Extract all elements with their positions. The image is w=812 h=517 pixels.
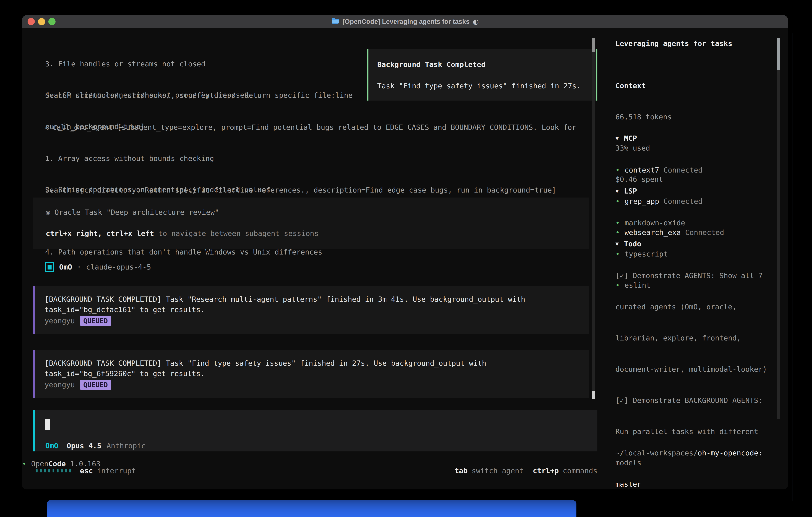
sidebar-session-title: Leveraging agents for tasks: [615, 38, 787, 49]
chevron-down-icon: ▼: [615, 239, 624, 249]
tool-call-item: 1. Array access without bounds checking: [45, 153, 576, 164]
terminal-content: 3. File handles or streams not closed 4.…: [22, 28, 788, 489]
agent-square-icon: [45, 262, 54, 272]
version-number: 1.0.163: [66, 459, 100, 469]
todo-line: librarian, explore, frontend,: [615, 333, 787, 343]
oracle-hint-line: ctrl+x right, ctrl+x left to navigate be…: [46, 228, 318, 239]
message-author: yeongyu: [45, 380, 75, 390]
sidebar-scrollbar-thumb[interactable]: [777, 38, 780, 70]
message-meta: yeongyu QUEUED: [45, 316, 111, 326]
commands-key-label: commands: [563, 466, 598, 476]
todo-line: [✓] Demonstrate BACKGROUND AGENTS:: [615, 395, 787, 406]
main-scrollbar-marker[interactable]: [592, 38, 594, 52]
hint-keys: ctrl+x right, ctrl+x left: [46, 229, 154, 238]
half-circle-icon: ◐: [473, 18, 479, 26]
agent-model: claude-opus-4-5: [86, 262, 151, 272]
gear-icon: ⚙: [45, 123, 52, 131]
input-agent-name: OmO: [46, 441, 58, 451]
background-task-toast[interactable]: Background Task Completed Task "Find typ…: [367, 49, 598, 101]
todo-section-header[interactable]: ▼Todo: [615, 239, 787, 250]
window-title: [OpenCode] Leveraging agents for tasks: [343, 18, 469, 25]
sidebar-scrollbar-track[interactable]: [777, 38, 780, 419]
titlebar[interactable]: [OpenCode] Leveraging agents for tasks ◐: [22, 15, 788, 28]
toast-body: Task "Find type safety issues" finished …: [377, 81, 581, 91]
input-provider: Anthropic: [107, 441, 145, 451]
mcp-section-header[interactable]: ▼MCP: [615, 133, 787, 144]
message-line: [BACKGROUND TASK COMPLETED] Task "Find t…: [45, 358, 486, 369]
window-title-area: [OpenCode] Leveraging agents for tasks ◐: [22, 15, 788, 28]
tab-key-hint: tab: [455, 466, 467, 476]
status-badge: QUEUED: [80, 380, 111, 390]
workspace-line: ~/local-workspaces/oh-my-opencode:: [615, 448, 787, 458]
transcript-line: Search src/tools/, src/hooks/, src/featu…: [45, 90, 353, 101]
hint-text: to navigate between subagent sessions: [154, 229, 319, 238]
chevron-down-icon: ▼: [615, 186, 624, 196]
chevron-down-icon: ▼: [615, 133, 624, 143]
oracle-task-title-line: ◉Oracle Task "Deep architecture review": [46, 207, 219, 218]
message-line: task_id="bg_dcfac161" to get results.: [45, 304, 205, 315]
toast-title: Background Task Completed: [377, 59, 486, 70]
context-header: Context: [615, 81, 787, 91]
transcript-line: 3. File handles or streams not closed: [45, 59, 249, 69]
agent-name: OmO: [59, 262, 72, 272]
status-right: tab switch agent ctrl+p commands: [455, 466, 598, 476]
sidebar-workspace-path: ~/local-workspaces/oh-my-opencode: maste…: [615, 427, 787, 489]
lsp-header-label: LSP: [624, 187, 637, 195]
workspace-branch: master: [615, 479, 787, 489]
green-dot-icon: •: [22, 459, 31, 469]
esc-key-label: interrupt: [97, 466, 136, 476]
background-window-edge: [792, 33, 792, 501]
lsp-section-header[interactable]: ▼LSP: [615, 186, 787, 197]
commands-key-hint: ctrl+p: [533, 466, 559, 476]
agent-header-row: OmO · claude-opus-4-5: [45, 261, 151, 273]
spinner-dots-icon: [36, 469, 71, 472]
text-cursor: [46, 419, 50, 430]
tool-call-header-text: call_omo_agent [subagent_type=explore, p…: [52, 123, 576, 131]
opencode-terminal-window: [OpenCode] Leveraging agents for tasks ◐…: [22, 15, 788, 489]
message-meta: yeongyu QUEUED: [45, 380, 111, 390]
brand-code: Code: [48, 459, 66, 469]
separator-dot: ·: [77, 262, 81, 272]
todo-line: [✓] Demonstrate AGENTS: Show all 7: [615, 271, 787, 281]
todo-line: document-writer, multimodal-looker): [615, 364, 787, 375]
status-bar: esc interrupt tab switch agent ctrl+p co…: [33, 466, 598, 476]
tab-key-label: switch agent: [471, 466, 523, 476]
fisheye-icon: ◉: [46, 208, 55, 216]
message-author: yeongyu: [45, 316, 75, 326]
prompt-input[interactable]: OmO Opus 4.5 Anthropic: [33, 410, 598, 452]
background-window-strip[interactable]: [47, 500, 576, 517]
folder-icon[interactable]: [331, 18, 339, 26]
main-scrollbar-thumb[interactable]: [592, 391, 594, 399]
background-task-message: [BACKGROUND TASK COMPLETED] Task "Find t…: [33, 350, 589, 398]
background-task-message: [BACKGROUND TASK COMPLETED] Task "Resear…: [33, 286, 589, 334]
transcript-line: Search src/ directory. Return specific f…: [45, 185, 556, 195]
main-scrollbar-track[interactable]: [592, 38, 594, 399]
todo-line: curated agents (OmO, oracle,: [615, 302, 787, 312]
input-meta-row: OmO Opus 4.5 Anthropic: [46, 441, 146, 451]
input-model: Opus 4.5: [67, 441, 101, 451]
tool-call-header: ⚙call_omo_agent [subagent_type=explore, …: [45, 122, 576, 133]
workspace-prefix: ~/local-workspaces/: [615, 449, 698, 457]
brand-open: Open: [31, 459, 49, 469]
message-line: task_id="bg_6f59260c" to get results.: [45, 369, 205, 379]
todo-header-label: Todo: [624, 240, 641, 248]
workspace-repo: oh-my-opencode:: [698, 449, 763, 457]
oracle-task-box: ◉Oracle Task "Deep architecture review" …: [33, 197, 589, 249]
mcp-header-label: MCP: [624, 134, 637, 142]
oracle-task-title: Oracle Task "Deep architecture review": [55, 208, 219, 216]
sidebar-version-row: • Open Code 1.0.163: [22, 459, 100, 469]
status-badge: QUEUED: [80, 316, 111, 326]
message-line: [BACKGROUND TASK COMPLETED] Task "Resear…: [45, 294, 525, 304]
